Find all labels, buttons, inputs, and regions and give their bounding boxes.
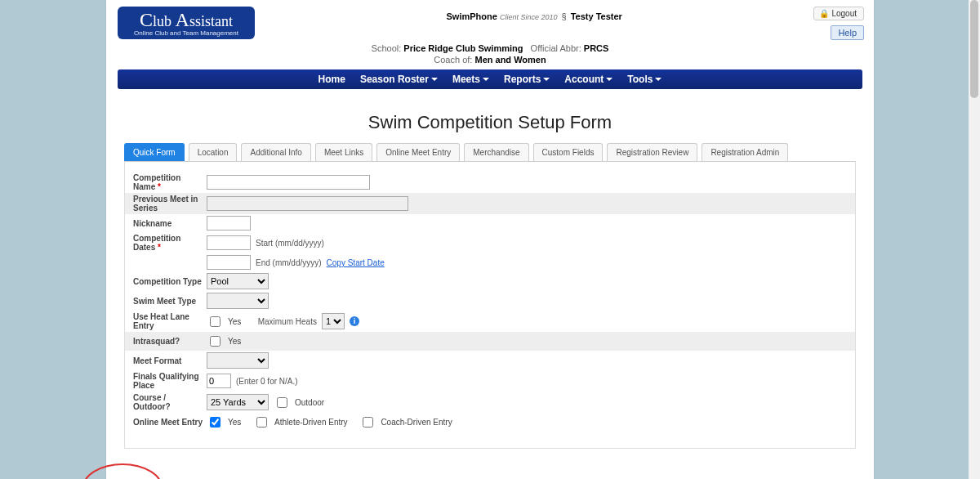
user-name: Testy Tester xyxy=(571,11,622,21)
row-finals-qualifying: Finals Qualifying Place (Enter 0 for N/A… xyxy=(125,370,855,392)
info-icon[interactable]: i xyxy=(350,316,359,326)
tab-location[interactable]: Location xyxy=(189,143,238,161)
bottom-area: + Add xyxy=(106,465,874,479)
nav-season-roster[interactable]: Season Roster xyxy=(360,74,438,85)
max-heats-select[interactable]: 1 xyxy=(322,313,345,329)
row-competition-name: Competition Name * xyxy=(125,172,855,193)
finals-hint: (Enter 0 for N/A.) xyxy=(236,377,298,386)
nav-reports[interactable]: Reports xyxy=(504,74,550,85)
chevron-down-icon xyxy=(543,78,550,81)
chevron-down-icon xyxy=(483,78,489,81)
coach-line: Coach of: Men and Women xyxy=(106,55,874,65)
competition-type-select[interactable]: Pool xyxy=(207,273,269,289)
header-right: 🔒Logout Help xyxy=(813,7,874,40)
lock-icon: 🔒 xyxy=(819,9,829,18)
intrasquad-checkbox[interactable] xyxy=(210,336,220,347)
chevron-down-icon xyxy=(431,78,438,81)
row-meet-format: Meet Format xyxy=(125,351,855,370)
tab-quick-form[interactable]: Quick Form xyxy=(124,143,185,161)
tab-custom-fields[interactable]: Custom Fields xyxy=(533,143,604,161)
row-competition-type: Competition Type Pool xyxy=(125,271,855,291)
athlete-driven-checkbox[interactable] xyxy=(256,417,267,428)
tab-registration-admin[interactable]: Registration Admin xyxy=(702,143,788,161)
copy-start-date-link[interactable]: Copy Start Date xyxy=(327,258,385,267)
tab-online-meet-entry[interactable]: Online Meet Entry xyxy=(376,143,460,161)
help-button[interactable]: Help xyxy=(831,25,864,40)
start-date-input[interactable] xyxy=(207,235,251,250)
heat-lane-checkbox[interactable] xyxy=(210,316,220,327)
highlight-circle-icon xyxy=(82,463,163,479)
start-date-hint: Start (mm/dd/yyyy) xyxy=(256,239,324,248)
nav-account[interactable]: Account xyxy=(564,74,612,85)
course-select[interactable]: 25 Yards xyxy=(207,394,269,410)
logo-subtitle: Online Club and Team Management xyxy=(118,29,255,37)
row-competition-dates-start: Competition Dates * Start (mm/dd/yyyy) xyxy=(125,232,855,253)
row-nickname: Nickname xyxy=(125,214,855,232)
scrollbar-thumb[interactable] xyxy=(970,0,978,98)
row-course-outdoor: Course / Outdoor? 25 Yards Outdoor xyxy=(125,392,855,413)
previous-meet-input xyxy=(207,196,408,211)
client-since: Client Since 2010 xyxy=(500,13,558,21)
meet-format-select[interactable] xyxy=(207,352,269,369)
coach-driven-checkbox[interactable] xyxy=(363,417,373,428)
chevron-down-icon xyxy=(655,78,662,81)
logout-label: Logout xyxy=(831,9,857,18)
page-title: Swim Competition Setup Form xyxy=(106,112,874,133)
row-intrasquad: Intrasquad? Yes xyxy=(125,332,855,351)
tab-registration-review[interactable]: Registration Review xyxy=(607,143,697,161)
nav-tools[interactable]: Tools xyxy=(627,74,662,85)
row-online-meet-entry: Online Meet Entry Yes Athlete-Driven Ent… xyxy=(125,413,855,432)
logout-button[interactable]: 🔒Logout xyxy=(813,7,864,20)
swim-meet-type-select[interactable] xyxy=(207,293,269,309)
nickname-input[interactable] xyxy=(207,216,251,231)
tab-additional-info[interactable]: Additional Info xyxy=(241,143,310,161)
tab-merchandise[interactable]: Merchandise xyxy=(464,143,528,161)
header-center: SwimPhone Client Since 2010 § Testy Test… xyxy=(255,7,813,21)
end-date-input[interactable] xyxy=(207,255,251,270)
row-swim-meet-type: Swim Meet Type xyxy=(125,291,855,311)
nav-home[interactable]: Home xyxy=(318,74,345,85)
ome-yes-checkbox[interactable] xyxy=(210,417,220,428)
nav-meets[interactable]: Meets xyxy=(452,74,489,85)
school-line: School: Price Ridge Club Swimming Offici… xyxy=(106,43,874,53)
end-date-hint: End (mm/dd/yyyy) xyxy=(256,258,322,267)
scrollbar[interactable] xyxy=(969,0,980,479)
outdoor-checkbox[interactable] xyxy=(277,397,287,408)
section-mark: § xyxy=(562,11,567,21)
tab-meet-links[interactable]: Meet Links xyxy=(315,143,372,161)
row-heat-lane: Use Heat Lane Entry Yes Maximum Heats 1 … xyxy=(125,311,855,332)
chevron-down-icon xyxy=(606,78,612,81)
competition-name-input[interactable] xyxy=(207,175,370,190)
swimphone-label: SwimPhone xyxy=(447,11,497,21)
tabs: Quick Form Location Additional Info Meet… xyxy=(124,143,856,161)
row-previous-meet: Previous Meet in Series xyxy=(125,193,855,214)
navbar: Home Season Roster Meets Reports Account… xyxy=(118,69,862,89)
page-container: Club Assistant Online Club and Team Mana… xyxy=(106,0,874,479)
finals-qualifying-input[interactable] xyxy=(207,374,231,388)
header: Club Assistant Online Club and Team Mana… xyxy=(106,0,874,40)
row-competition-dates-end: End (mm/dd/yyyy) Copy Start Date xyxy=(125,253,855,271)
form-panel: Competition Name * Previous Meet in Seri… xyxy=(124,161,856,449)
logo[interactable]: Club Assistant Online Club and Team Mana… xyxy=(118,7,255,39)
